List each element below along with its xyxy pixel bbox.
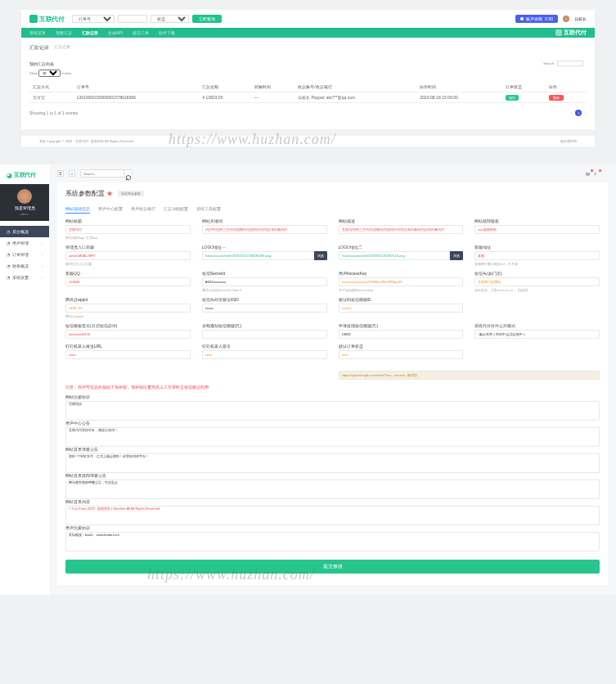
sidebar-role: admin (20, 212, 29, 216)
field-alert2: 申请提现短信模版(元) (339, 323, 464, 339)
textarea-rule[interactable] (65, 401, 600, 421)
notification-icon[interactable]: ✉ (586, 171, 591, 177)
field-site-title: 网站标题网站顶部logo 文字text (65, 218, 191, 240)
textarea-custom2[interactable] (65, 532, 600, 551)
input-kefu[interactable] (474, 251, 600, 260)
warning-note: 注意：在填写信息的基础下加密钥，加密钥位置为后人工互审时走短信验证码用 (65, 385, 600, 389)
textarea-notice2[interactable] (65, 453, 600, 473)
th-action[interactable]: 操作 (546, 82, 587, 92)
admin-search-input[interactable] (80, 169, 124, 178)
th-account[interactable]: 收款账号/收款银行 (295, 82, 416, 92)
field-admin-pass: 管理员入口后缀管理后台入口后缀 (65, 245, 191, 266)
nav-ticket[interactable]: 提交工单 (133, 30, 149, 35)
filter-keyword-input[interactable] (118, 15, 147, 23)
nav-remit[interactable]: 我要汇款 (56, 30, 72, 35)
show-entries: Show 10 entries (29, 70, 587, 77)
menu-toggle-icon[interactable]: ≡ (57, 170, 64, 177)
field-tpl: 短信模板签名(开启短信必填) (65, 323, 191, 339)
avatar[interactable] (563, 16, 569, 22)
field-smskey: 用户AccessKey用户短信秘钥accesskey (339, 271, 464, 292)
tab-site-info[interactable]: 网站基础信息 (65, 205, 90, 214)
input-alert2[interactable] (339, 330, 464, 339)
th-time1[interactable]: 转账时间 (251, 82, 295, 92)
input-logo1[interactable] (202, 251, 314, 260)
admin-panel: ◕ 互联代付 我是管理员 admin ◷后台概况 ◔用户管理› ◔订单管理› ◔… (0, 164, 616, 595)
textarea-custom[interactable] (65, 506, 600, 525)
textarea-notice1[interactable] (65, 427, 600, 447)
table-title: 我的汇款列表 (29, 61, 587, 66)
input-sign2[interactable] (202, 350, 327, 359)
search-button[interactable]: 立即查询 (192, 15, 222, 23)
entries-text: Showing 1 to 1 of 1 entries (29, 110, 78, 115)
th-time2[interactable]: 操作时间 (416, 82, 501, 92)
browse-button-1[interactable]: 浏览 (314, 251, 327, 260)
nav-download[interactable]: 软件下载 (159, 30, 175, 35)
input-default[interactable] (339, 350, 464, 359)
input-admin-pass[interactable] (65, 251, 191, 260)
nav-api[interactable]: 生成API (108, 30, 123, 35)
menu-users[interactable]: ◔用户管理› (0, 237, 49, 249)
field-mode: 系统代付对外公开模式 (474, 323, 600, 339)
delete-button[interactable]: 删除 (549, 95, 564, 101)
tab-system-tools[interactable]: 系统工具配置 (196, 205, 221, 214)
nav-records[interactable]: 汇款记录 (82, 30, 98, 35)
input-site-desc[interactable] (339, 225, 464, 234)
admin-search-button[interactable]: ⌕ (124, 169, 133, 178)
brand-text: 互联代付 (564, 29, 587, 37)
th-order[interactable]: 订单号 (74, 82, 200, 92)
input-site-title[interactable] (65, 225, 191, 234)
browse-button-2[interactable]: 浏览 (450, 251, 463, 260)
input-verify[interactable] (202, 304, 327, 313)
alert-icon[interactable]: ♪ (594, 171, 600, 177)
input-alert[interactable] (202, 330, 327, 339)
input-accept[interactable] (339, 304, 464, 313)
tab-remit-config[interactable]: 汇款功能配置 (164, 205, 188, 214)
side-logo-icon: ◕ (7, 172, 12, 179)
field-accept: 验证码短信模版ID (339, 297, 464, 318)
input-site-keyword[interactable] (202, 225, 327, 234)
nav-back-icon[interactable]: ‹ (69, 170, 75, 177)
tab-user-center[interactable]: 用户中心配置 (98, 205, 123, 214)
star-icon[interactable]: ★ (106, 190, 113, 197)
input-logo2[interactable] (339, 251, 451, 260)
next-page[interactable]: › (585, 110, 587, 115)
input-robot[interactable] (65, 350, 191, 359)
input-cloud[interactable] (65, 304, 191, 313)
input-smskey[interactable] (339, 277, 464, 286)
header-right: 账户余额 0.00 马校长 (515, 15, 587, 23)
submit-button[interactable]: 提交修改 (65, 560, 600, 574)
field-site-desc: 网站描述 (339, 218, 464, 240)
sidebar-avatar[interactable] (17, 189, 32, 204)
menu-settings[interactable]: ◔系统设置› (0, 272, 49, 283)
balance-pill[interactable]: 账户余额 0.00 (515, 15, 558, 23)
cell-order: 12010000150900001578618396 (74, 92, 200, 103)
tab-user-bank[interactable]: 用户收款银行 (131, 205, 155, 214)
th-status[interactable]: 订单状态 (502, 82, 546, 92)
input-qq[interactable] (65, 277, 191, 286)
input-sign[interactable] (474, 277, 600, 286)
topbar-avatar[interactable] (602, 171, 608, 177)
textarea-about[interactable] (65, 479, 600, 499)
nav-home[interactable]: 系统首页 (29, 30, 46, 35)
input-site-copyright[interactable] (474, 225, 600, 234)
input-sms[interactable] (202, 277, 327, 286)
menu-finance[interactable]: ◔财务概况› (0, 260, 49, 272)
input-tpl[interactable] (65, 330, 191, 339)
th-method[interactable]: 汇款方式 (29, 82, 74, 92)
cell-time2: 2020-08-18 15:09:00 (416, 92, 501, 103)
table-search-input[interactable] (557, 61, 583, 66)
th-amount[interactable]: 汇款金额 (199, 82, 250, 92)
menu-dashboard[interactable]: ◷后台概况 (0, 226, 49, 237)
input-mode[interactable] (474, 330, 600, 339)
prev-page[interactable]: ‹ (571, 110, 573, 115)
filter-order-select[interactable]: 订单号 (72, 15, 115, 23)
menu-orders[interactable]: ◔订单管理› (0, 249, 49, 260)
field-qq: 客服QQ (65, 271, 191, 292)
input-json[interactable] (339, 371, 600, 380)
status-tag: 成功 (506, 95, 519, 101)
page-1[interactable]: 1 (575, 110, 582, 116)
nav-brand: 互联代付 (555, 29, 587, 37)
filter-status-select[interactable]: 状态 (151, 15, 189, 23)
entries-select[interactable]: 10 (38, 70, 61, 77)
title-tag: 系统基础参数 (118, 191, 144, 196)
